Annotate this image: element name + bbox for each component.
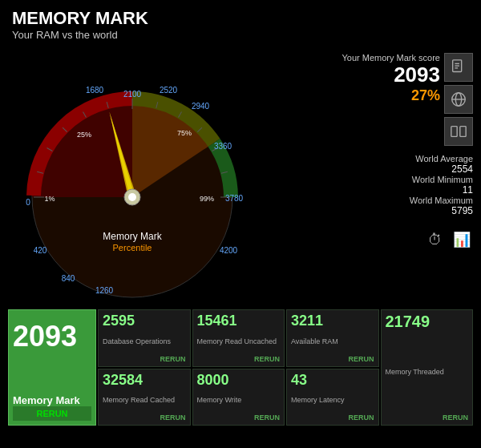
db-ops-number: 2595 — [103, 313, 186, 328]
page-title: MEMORY MARK — [12, 8, 469, 29]
score-percentile: 27% — [273, 87, 440, 104]
mem-read-cached-rerun[interactable]: RERUN — [103, 414, 186, 422]
avail-ram-cell: 3211 Available RAM RERUN — [286, 309, 379, 367]
chart-icon-button[interactable]: 📊 — [451, 228, 473, 251]
mem-threaded-number: 21749 — [386, 313, 469, 329]
mem-read-uncached-label: Memory Read Uncached — [197, 337, 281, 345]
col-4: 21749 Memory Threaded RERUN — [381, 309, 474, 426]
svg-text:75%: 75% — [177, 129, 192, 137]
main-content: 1% 25% 75% 99% 0 420 840 1260 2100 1680 … — [0, 45, 481, 309]
main-cell-number: 2093 — [13, 322, 91, 351]
gauge-container: 1% 25% 75% 99% 0 420 840 1260 2100 1680 … — [8, 49, 265, 305]
svg-rect-42 — [451, 127, 457, 137]
world-max-label: World Maximum — [273, 196, 473, 205]
world-stats: World Average 2554 World Minimum 11 Worl… — [273, 154, 473, 216]
mem-read-cached-number: 32584 — [103, 373, 186, 387]
svg-text:25%: 25% — [77, 131, 91, 139]
svg-text:4200: 4200 — [220, 246, 238, 255]
mem-threaded-label: Memory Threaded — [386, 368, 469, 376]
mem-latency-cell: 43 Memory Latency RERUN — [286, 369, 379, 426]
compare-icon-button[interactable] — [444, 117, 473, 146]
svg-text:420: 420 — [34, 246, 47, 255]
mem-read-cached-cell: 32584 Memory Read Cached RERUN — [98, 369, 191, 426]
world-min-value: 11 — [273, 184, 473, 196]
mem-write-cell: 8000 Memory Write RERUN — [192, 369, 285, 426]
svg-text:2940: 2940 — [192, 102, 210, 111]
db-ops-label: Database Operations — [103, 337, 186, 345]
mem-read-cached-label: Memory Read Cached — [103, 396, 186, 404]
world-average-value: 2554 — [273, 163, 473, 175]
svg-text:3360: 3360 — [214, 142, 232, 151]
svg-text:2520: 2520 — [160, 86, 178, 95]
db-ops-rerun[interactable]: RERUN — [103, 355, 186, 363]
col-1: 2595 Database Operations RERUN 32584 Mem… — [98, 309, 191, 426]
score-value: 2093 — [273, 63, 440, 87]
mem-write-number: 8000 — [197, 373, 281, 387]
svg-text:Percentile: Percentile — [113, 243, 152, 252]
page-subtitle: Your RAM vs the world — [12, 29, 469, 41]
mem-latency-number: 43 — [291, 373, 374, 387]
mem-read-uncached-rerun[interactable]: RERUN — [197, 355, 281, 363]
main-cell-label: Memory Mark — [13, 394, 91, 406]
svg-text:0: 0 — [26, 198, 30, 207]
col-2: 15461 Memory Read Uncached RERUN 8000 Me… — [192, 309, 285, 426]
gauge-svg: 1% 25% 75% 99% 0 420 840 1260 2100 1680 … — [8, 49, 265, 305]
bottom-icons: ⏱ 📊 — [273, 228, 473, 251]
speedometer-icon-button[interactable]: ⏱ — [424, 228, 447, 251]
svg-text:1260: 1260 — [95, 286, 114, 295]
main-score-cell: 2093 Memory Mark RERUN — [8, 309, 96, 426]
mem-threaded-cell: 21749 Memory Threaded RERUN — [381, 309, 474, 426]
mem-write-rerun[interactable]: RERUN — [197, 414, 281, 422]
mem-latency-label: Memory Latency — [291, 396, 374, 404]
world-max-value: 5795 — [273, 205, 473, 216]
svg-text:840: 840 — [62, 274, 75, 283]
avail-ram-number: 3211 — [291, 313, 374, 328]
world-average-label: World Average — [273, 154, 473, 163]
svg-point-17 — [128, 193, 136, 201]
score-text: Your Memory Mark score 2093 27% — [273, 53, 440, 146]
col-3: 3211 Available RAM RERUN 43 Memory Laten… — [286, 309, 379, 426]
db-ops-cell: 2595 Database Operations RERUN — [98, 309, 191, 367]
svg-text:2100: 2100 — [123, 90, 142, 99]
header: MEMORY MARK Your RAM vs the world — [0, 0, 481, 45]
svg-text:1680: 1680 — [86, 86, 104, 95]
avail-ram-label: Available RAM — [291, 337, 374, 345]
report-icon-button[interactable] — [444, 53, 473, 82]
document-icon — [450, 59, 467, 76]
svg-text:99%: 99% — [200, 195, 214, 203]
world-icon-button[interactable] — [444, 85, 473, 114]
globe-icon — [450, 91, 467, 108]
mem-read-uncached-number: 15461 — [197, 313, 281, 328]
mem-write-label: Memory Write — [197, 396, 281, 404]
compare-icon — [450, 123, 467, 140]
bottom-grid: 2093 Memory Mark RERUN 2595 Database Ope… — [8, 309, 473, 426]
right-panel: Your Memory Mark score 2093 27% — [273, 49, 473, 305]
score-label: Your Memory Mark score — [273, 53, 440, 63]
world-min-label: World Minimum — [273, 175, 473, 184]
mem-threaded-rerun[interactable]: RERUN — [386, 414, 469, 422]
mem-read-uncached-cell: 15461 Memory Read Uncached RERUN — [192, 309, 285, 367]
mem-latency-rerun[interactable]: RERUN — [291, 414, 374, 422]
score-section: Your Memory Mark score 2093 27% — [273, 53, 473, 146]
svg-text:Memory Mark: Memory Mark — [103, 231, 162, 242]
avail-ram-rerun[interactable]: RERUN — [291, 355, 374, 363]
svg-text:3780: 3780 — [225, 194, 244, 203]
svg-text:1%: 1% — [44, 195, 55, 203]
main-rerun-button[interactable]: RERUN — [13, 406, 91, 421]
svg-rect-43 — [460, 127, 466, 137]
